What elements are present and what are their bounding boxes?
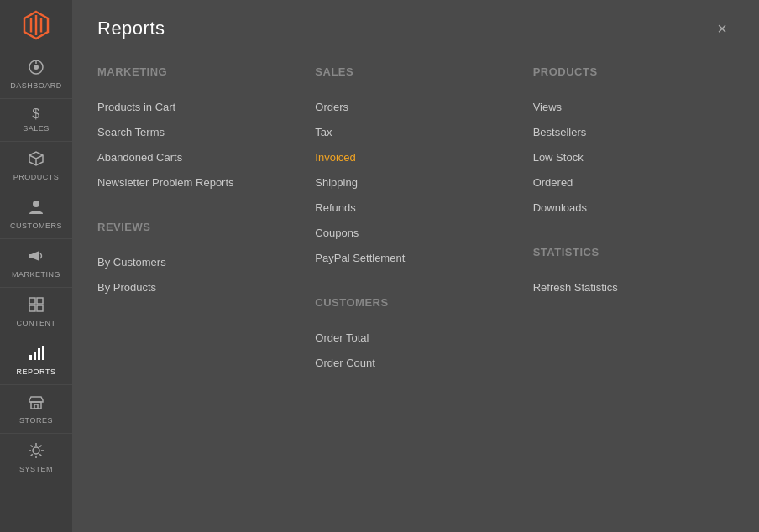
menu-link-abandoned-carts[interactable]: Abandoned Carts xyxy=(97,145,298,170)
customers-section: Customers Order Total Order Count xyxy=(315,296,516,376)
sidebar-item-label: STORES xyxy=(19,416,53,425)
menu-link-order-count[interactable]: Order Count xyxy=(315,351,516,376)
reviews-header: Reviews xyxy=(97,221,298,237)
column-2: Sales Orders Tax Invoiced Shipping Refun… xyxy=(315,65,516,401)
sidebar-item-marketing[interactable]: MARKETING xyxy=(0,239,72,288)
svg-rect-12 xyxy=(38,348,40,360)
column-1: Marketing Products in Cart Search Terms … xyxy=(97,65,298,401)
customers-icon xyxy=(28,199,44,218)
menu-link-by-products[interactable]: By Products xyxy=(97,275,298,300)
svg-point-4 xyxy=(33,201,39,207)
sales-section: Sales Orders Tax Invoiced Shipping Refun… xyxy=(315,65,516,271)
reports-icon xyxy=(28,345,44,364)
sidebar-item-customers[interactable]: CUSTOMERS xyxy=(0,190,72,239)
sidebar-item-sales[interactable]: $ SALES xyxy=(0,99,72,142)
menu-link-paypal-settlement[interactable]: PayPal Settlement xyxy=(315,246,516,271)
svg-rect-15 xyxy=(34,404,38,409)
menu-link-tax[interactable]: Tax xyxy=(315,120,516,145)
menu-link-search-terms[interactable]: Search Terms xyxy=(97,120,298,145)
dashboard-icon xyxy=(28,59,44,78)
menu-link-order-total[interactable]: Order Total xyxy=(315,326,516,351)
menu-link-shipping[interactable]: Shipping xyxy=(315,170,516,196)
content-icon xyxy=(28,296,44,316)
customers-header: Customers xyxy=(315,296,516,312)
svg-rect-5 xyxy=(29,254,31,258)
sidebar-item-stores[interactable]: STORES xyxy=(0,385,72,434)
sidebar-item-reports[interactable]: REPORTS xyxy=(0,336,72,385)
reports-panel: Reports × Marketing Products in Cart Sea… xyxy=(72,0,759,532)
sidebar-item-system[interactable]: SYSTEM xyxy=(0,434,72,482)
menu-grid: Marketing Products in Cart Search Terms … xyxy=(97,65,734,401)
svg-rect-8 xyxy=(29,305,35,311)
close-button[interactable]: × xyxy=(710,17,734,40)
svg-rect-6 xyxy=(29,298,35,304)
svg-rect-11 xyxy=(34,352,36,360)
menu-link-low-stock[interactable]: Low Stock xyxy=(533,145,734,170)
sidebar-item-label: REPORTS xyxy=(17,368,56,376)
products-header: Products xyxy=(533,65,734,81)
panel-title: Reports xyxy=(97,18,165,39)
products-section: Products Views Bestsellers Low Stock Ord… xyxy=(533,65,734,221)
products-icon xyxy=(28,150,44,170)
marketing-icon xyxy=(28,248,44,267)
menu-link-ordered[interactable]: Ordered xyxy=(533,170,734,196)
logo xyxy=(0,0,72,50)
menu-link-newsletter-problem-reports[interactable]: Newsletter Problem Reports xyxy=(97,170,298,196)
svg-rect-13 xyxy=(42,346,44,360)
sales-header: Sales xyxy=(315,65,516,81)
menu-link-coupons[interactable]: Coupons xyxy=(315,221,516,246)
sidebar-item-content[interactable]: CONTENT xyxy=(0,288,72,336)
sidebar-item-products[interactable]: PRODUCTS xyxy=(0,142,72,190)
reviews-section: Reviews By Customers By Products xyxy=(97,221,298,300)
sidebar-item-label: DASHBOARD xyxy=(10,81,62,90)
sidebar-item-dashboard[interactable]: DASHBOARD xyxy=(0,50,72,99)
stores-icon xyxy=(28,394,44,413)
svg-rect-14 xyxy=(31,402,41,409)
sidebar-item-label: MARKETING xyxy=(12,270,60,279)
sidebar-item-label: SALES xyxy=(23,124,50,133)
column-3: Products Views Bestsellers Low Stock Ord… xyxy=(533,65,734,401)
sales-icon: $ xyxy=(32,107,39,121)
svg-rect-9 xyxy=(37,305,43,311)
menu-link-refunds[interactable]: Refunds xyxy=(315,196,516,221)
sidebar: DASHBOARD $ SALES PRODUCTS CUSTOMERS xyxy=(0,0,72,532)
sidebar-item-label: SYSTEM xyxy=(19,465,53,473)
sidebar-item-label: CONTENT xyxy=(17,319,56,327)
menu-link-refresh-statistics[interactable]: Refresh Statistics xyxy=(533,275,734,300)
svg-rect-10 xyxy=(29,355,32,360)
menu-link-orders[interactable]: Orders xyxy=(315,95,516,120)
menu-link-invoiced[interactable]: Invoiced xyxy=(315,145,516,170)
statistics-section: Statistics Refresh Statistics xyxy=(533,246,734,300)
sidebar-item-label: CUSTOMERS xyxy=(10,222,62,230)
menu-link-by-customers[interactable]: By Customers xyxy=(97,250,298,275)
menu-link-products-in-cart[interactable]: Products in Cart xyxy=(97,95,298,120)
svg-rect-7 xyxy=(37,298,43,304)
marketing-header: Marketing xyxy=(97,65,298,81)
marketing-section: Marketing Products in Cart Search Terms … xyxy=(97,65,298,196)
menu-link-bestsellers[interactable]: Bestsellers xyxy=(533,120,734,145)
sidebar-item-label: PRODUCTS xyxy=(13,173,60,181)
statistics-header: Statistics xyxy=(533,246,734,262)
menu-link-downloads[interactable]: Downloads xyxy=(533,196,734,221)
menu-link-views[interactable]: Views xyxy=(533,95,734,120)
system-icon xyxy=(28,442,44,462)
panel-header: Reports × xyxy=(97,17,734,40)
svg-point-1 xyxy=(34,65,39,70)
